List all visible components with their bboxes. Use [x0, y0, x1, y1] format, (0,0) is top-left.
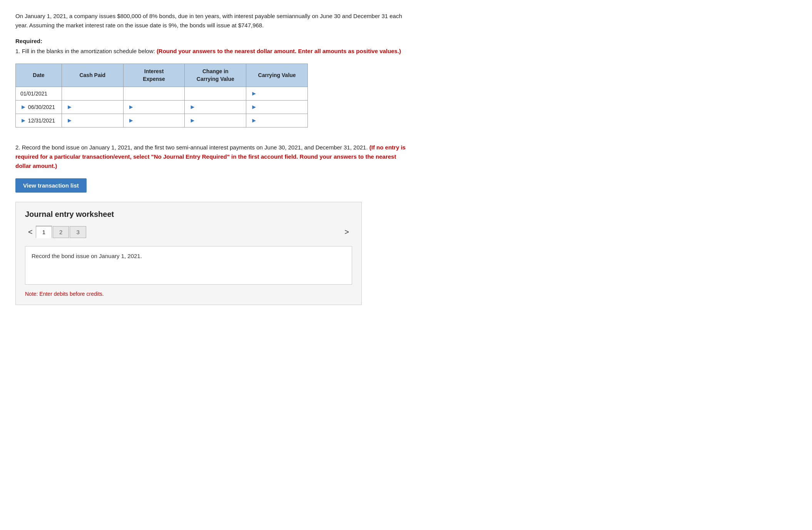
carrying-value-cell-2: ► [246, 101, 308, 114]
section2-text: 2. Record the bond issue on January 1, 2… [15, 143, 408, 171]
cash-paid-input-2[interactable] [74, 104, 119, 110]
required-section: Required: 1. Fill in the blanks in the a… [15, 38, 408, 56]
instruction-red: (Round your answers to the nearest dolla… [157, 48, 401, 54]
change-carrying-cell-3: ► [185, 114, 246, 127]
change-carrying-input-3[interactable] [197, 117, 241, 124]
interest-expense-input-3[interactable] [136, 117, 180, 124]
arrow-icon-interest-2: ► [128, 104, 134, 111]
cash-paid-cell-2: ► [62, 101, 123, 114]
tab-1[interactable]: 1 [36, 226, 52, 238]
worksheet-instruction: Record the bond issue on January 1, 2021… [32, 253, 346, 259]
col-header-cash-paid: Cash Paid [62, 64, 123, 87]
cash-paid-input-3[interactable] [74, 117, 119, 124]
carrying-value-cell-1: ► [246, 87, 308, 101]
tab-prev-button[interactable]: < [25, 226, 36, 238]
col-header-interest-expense: InterestExpense [123, 64, 185, 87]
arrow-icon-change-3: ► [189, 117, 195, 124]
tab-2[interactable]: 2 [53, 226, 69, 238]
intro-paragraph: On January 1, 2021, a company issues $80… [15, 12, 408, 30]
interest-expense-input-1[interactable] [128, 91, 180, 97]
tab-3[interactable]: 3 [70, 226, 86, 238]
worksheet-container: Journal entry worksheet < 1 2 3 > Record… [15, 202, 362, 305]
interest-expense-cell-2: ► [123, 101, 185, 114]
carrying-value-cell-3: ► [246, 114, 308, 127]
view-transaction-button[interactable]: View transaction list [15, 178, 87, 193]
date-cell-1: 01/01/2021 [16, 87, 62, 101]
arrow-icon-change-2: ► [189, 104, 195, 111]
interest-expense-input-2[interactable] [136, 104, 180, 110]
col-header-change-carrying: Change inCarrying Value [185, 64, 246, 87]
arrow-icon-interest-3: ► [128, 117, 134, 124]
cash-paid-cell-3: ► [62, 114, 123, 127]
arrow-icon-cash-2: ► [67, 104, 73, 111]
tab-next-button[interactable]: > [341, 226, 352, 238]
amortization-table: Date Cash Paid InterestExpense Change in… [15, 64, 308, 127]
carrying-value-input-1[interactable] [259, 91, 303, 97]
instruction-plain: 1. Fill in the blanks in the amortizatio… [15, 48, 157, 54]
interest-expense-cell-3: ► [123, 114, 185, 127]
carrying-value-input-2[interactable] [259, 104, 303, 110]
date-cell-2: ► 06/30/2021 [16, 101, 62, 114]
change-carrying-input-2[interactable] [197, 104, 241, 110]
cash-paid-cell-1 [62, 87, 123, 101]
table-row: 01/01/2021 ► [16, 87, 308, 101]
arrow-icon-date-2: ► [20, 104, 27, 111]
col-header-date: Date [16, 64, 62, 87]
carrying-value-input-3[interactable] [259, 117, 303, 124]
arrow-icon-1: ► [251, 90, 257, 97]
tabs-row: < 1 2 3 > [25, 226, 352, 238]
change-carrying-cell-2: ► [185, 101, 246, 114]
arrow-icon-carrying-2: ► [251, 104, 257, 111]
worksheet-note: Note: Enter debits before credits. [25, 291, 352, 297]
col-header-carrying-value: Carrying Value [246, 64, 308, 87]
arrow-icon-cash-3: ► [67, 117, 73, 124]
change-carrying-input-1[interactable] [189, 91, 241, 97]
section2-plain: 2. Record the bond issue on January 1, 2… [15, 144, 369, 151]
table-row: ► 12/31/2021 ► ► ► [16, 114, 308, 127]
worksheet-title: Journal entry worksheet [25, 210, 352, 219]
required-instruction: 1. Fill in the blanks in the amortizatio… [15, 47, 408, 56]
worksheet-body: Record the bond issue on January 1, 2021… [25, 246, 352, 285]
arrow-icon-carrying-3: ► [251, 117, 257, 124]
cash-paid-input-1[interactable] [67, 91, 119, 97]
table-row: ► 06/30/2021 ► ► ► [16, 101, 308, 114]
change-carrying-cell-1 [185, 87, 246, 101]
interest-expense-cell-1 [123, 87, 185, 101]
arrow-icon-date-3: ► [20, 117, 27, 124]
required-label: Required: [15, 38, 408, 44]
date-cell-3: ► 12/31/2021 [16, 114, 62, 127]
